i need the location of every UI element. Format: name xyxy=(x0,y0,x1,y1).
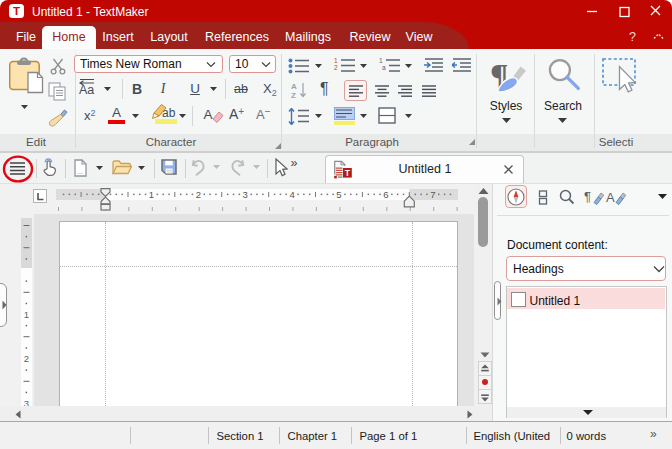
svg-text:5: 5 xyxy=(336,189,341,200)
svg-text:2: 2 xyxy=(24,353,29,364)
svg-text:T: T xyxy=(345,168,351,178)
svg-text:...: ... xyxy=(77,167,83,174)
svg-text:1: 1 xyxy=(149,189,154,200)
svg-text:3: 3 xyxy=(243,189,248,200)
svg-text:6: 6 xyxy=(383,189,388,200)
svg-text:1: 1 xyxy=(24,309,29,320)
svg-text:A: A xyxy=(291,82,297,91)
svg-text:2: 2 xyxy=(196,189,201,200)
svg-text:a: a xyxy=(382,64,386,71)
svg-text:1: 1 xyxy=(379,57,383,64)
svg-text:4: 4 xyxy=(289,189,294,200)
svg-text:3: 3 xyxy=(24,398,29,407)
svg-text:2: 2 xyxy=(334,64,338,71)
svg-text:7: 7 xyxy=(430,189,435,200)
svg-text:Z: Z xyxy=(291,91,296,99)
